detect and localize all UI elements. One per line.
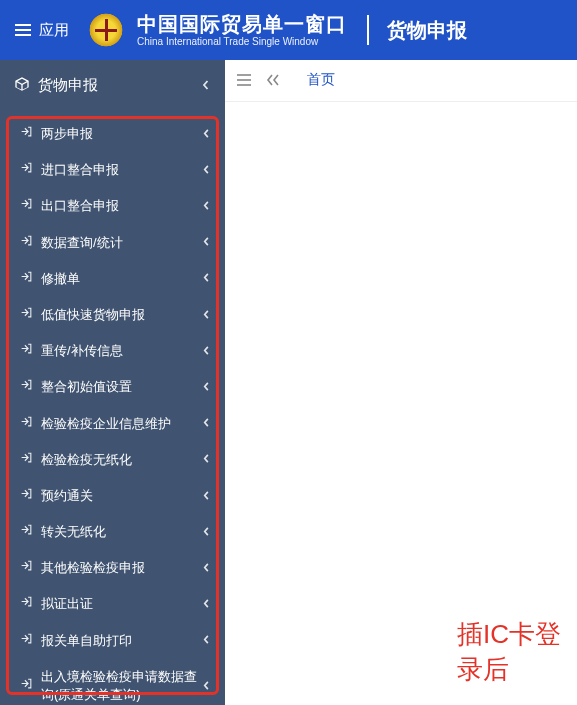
export-icon: [20, 487, 33, 505]
title-en: China International Trade Single Window: [137, 36, 347, 48]
chevron-left-icon: [202, 343, 211, 360]
sidebar-item-13[interactable]: 拟证出证: [0, 586, 225, 622]
sidebar-item-label: 数据查询/统计: [41, 234, 198, 252]
annotation-text: 插IC卡登录后: [457, 617, 577, 687]
export-icon: [20, 451, 33, 469]
sidebar-item-label: 出入境检验检疫申请数据查询(原通关单查询): [41, 668, 198, 704]
export-icon: [20, 234, 33, 252]
sidebar-item-11[interactable]: 转关无纸化: [0, 514, 225, 550]
toggle-sidebar-icon[interactable]: [237, 73, 251, 89]
content-toolbar: 首页: [225, 60, 577, 102]
chevron-left-icon: [202, 198, 211, 215]
sidebar-item-label: 预约通关: [41, 487, 198, 505]
sidebar-item-2[interactable]: 出口整合申报: [0, 188, 225, 224]
chevron-left-icon: [202, 307, 211, 324]
sidebar-item-label: 进口整合申报: [41, 161, 198, 179]
header-divider: [367, 15, 369, 45]
chevron-left-icon: [202, 270, 211, 287]
sidebar-item-label: 报关单自助打印: [41, 632, 198, 650]
export-icon: [20, 378, 33, 396]
hamburger-icon: [15, 24, 31, 36]
chevron-left-icon: [202, 379, 211, 396]
export-icon: [20, 415, 33, 433]
sidebar-item-5[interactable]: 低值快速货物申报: [0, 297, 225, 333]
sidebar-item-label: 低值快速货物申报: [41, 306, 198, 324]
export-icon: [20, 306, 33, 324]
sidebar-item-0[interactable]: 两步申报: [0, 116, 225, 152]
app-header: 应用 中国国际贸易单一窗口 China International Trade …: [0, 0, 577, 60]
sidebar-item-label: 修撤单: [41, 270, 198, 288]
export-icon: [20, 595, 33, 613]
chevron-left-icon: [202, 451, 211, 468]
cube-icon: [14, 76, 30, 95]
export-icon: [20, 161, 33, 179]
chevron-left-icon: [201, 78, 211, 93]
sidebar-item-label: 其他检验检疫申报: [41, 559, 198, 577]
sidebar-item-label: 整合初始值设置: [41, 378, 198, 396]
chevron-left-icon: [202, 596, 211, 613]
logo-icon: [87, 11, 125, 49]
apps-label: 应用: [39, 21, 69, 40]
tab-home-label: 首页: [307, 71, 335, 89]
sidebar-header[interactable]: 货物申报: [0, 60, 225, 111]
sidebar-item-label: 检验检疫无纸化: [41, 451, 198, 469]
chevron-left-icon: [202, 415, 211, 432]
chevron-left-icon: [202, 524, 211, 541]
sidebar-item-label: 两步申报: [41, 125, 198, 143]
sidebar-item-10[interactable]: 预约通关: [0, 478, 225, 514]
title-block: 中国国际贸易单一窗口 China International Trade Sin…: [137, 12, 347, 48]
export-icon: [20, 523, 33, 541]
sidebar-item-label: 检验检疫企业信息维护: [41, 415, 198, 433]
sidebar-item-label: 拟证出证: [41, 595, 198, 613]
chevron-left-icon: [202, 632, 211, 649]
sidebar-item-label: 转关无纸化: [41, 523, 198, 541]
sidebar-item-12[interactable]: 其他检验检疫申报: [0, 550, 225, 586]
sidebar-item-6[interactable]: 重传/补传信息: [0, 333, 225, 369]
export-icon: [20, 342, 33, 360]
content-area: 首页 插IC卡登录后: [225, 60, 577, 705]
export-icon: [20, 559, 33, 577]
chevron-left-icon: [202, 560, 211, 577]
chevron-left-icon: [202, 678, 211, 695]
tab-home[interactable]: 首页: [295, 60, 347, 101]
apps-menu-button[interactable]: 应用: [15, 21, 69, 40]
sidebar: 货物申报 两步申报进口整合申报出口整合申报数据查询/统计修撤单低值快速货物申报重…: [0, 60, 225, 705]
back-icon[interactable]: [266, 73, 280, 89]
title-cn: 中国国际贸易单一窗口: [137, 12, 347, 36]
sidebar-item-15[interactable]: 出入境检验检疫申请数据查询(原通关单查询): [0, 659, 225, 705]
sidebar-item-3[interactable]: 数据查询/统计: [0, 225, 225, 261]
chevron-left-icon: [202, 162, 211, 179]
chevron-left-icon: [202, 126, 211, 143]
sidebar-item-14[interactable]: 报关单自助打印: [0, 623, 225, 659]
export-icon: [20, 125, 33, 143]
chevron-left-icon: [202, 234, 211, 251]
export-icon: [20, 270, 33, 288]
sidebar-item-7[interactable]: 整合初始值设置: [0, 369, 225, 405]
sidebar-menu: 两步申报进口整合申报出口整合申报数据查询/统计修撤单低值快速货物申报重传/补传信…: [0, 111, 225, 705]
sidebar-item-8[interactable]: 检验检疫企业信息维护: [0, 406, 225, 442]
export-icon: [20, 197, 33, 215]
export-icon: [20, 632, 33, 650]
sidebar-item-9[interactable]: 检验检疫无纸化: [0, 442, 225, 478]
module-name: 货物申报: [387, 17, 467, 44]
chevron-left-icon: [202, 488, 211, 505]
sidebar-item-4[interactable]: 修撤单: [0, 261, 225, 297]
export-icon: [20, 677, 33, 695]
sidebar-item-label: 出口整合申报: [41, 197, 198, 215]
sidebar-item-1[interactable]: 进口整合申报: [0, 152, 225, 188]
sidebar-title: 货物申报: [38, 76, 201, 95]
sidebar-item-label: 重传/补传信息: [41, 342, 198, 360]
